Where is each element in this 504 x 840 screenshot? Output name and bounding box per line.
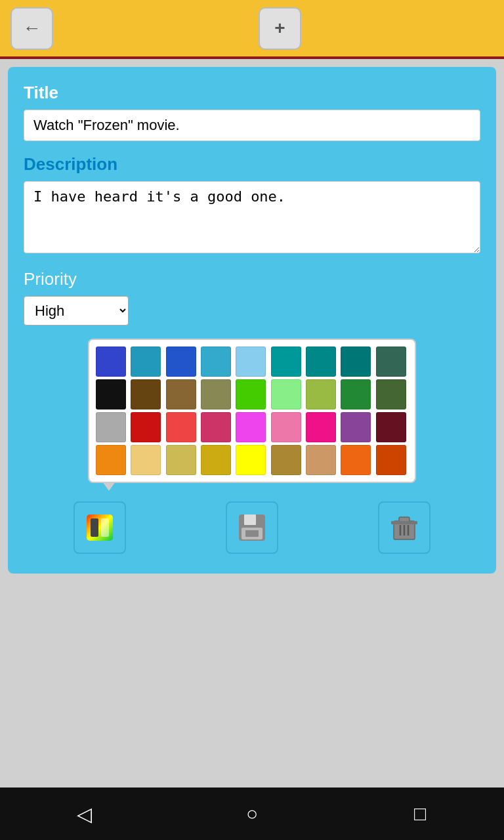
color-swatch[interactable] <box>271 445 301 475</box>
form-card: Title Description I have heard it's a go… <box>8 67 496 574</box>
svg-rect-2 <box>101 518 109 537</box>
color-swatch[interactable] <box>131 412 161 442</box>
color-swatch[interactable] <box>271 379 301 410</box>
nav-back-button[interactable]: ◁ <box>68 797 100 830</box>
color-swatch[interactable] <box>201 412 231 442</box>
toolbar: ← + <box>0 0 504 59</box>
action-buttons <box>24 501 480 554</box>
description-input[interactable]: I have heard it's a good one. <box>24 181 480 253</box>
color-swatch[interactable] <box>96 346 126 377</box>
color-swatch[interactable] <box>201 379 231 410</box>
trash-icon <box>388 512 420 543</box>
svg-rect-1 <box>91 518 98 537</box>
color-swatch[interactable] <box>306 379 336 410</box>
color-swatch[interactable] <box>376 445 406 475</box>
color-swatch[interactable] <box>166 445 196 475</box>
color-swatch[interactable] <box>131 379 161 410</box>
color-swatch[interactable] <box>131 346 161 377</box>
nav-recents-button[interactable]: □ <box>404 797 436 830</box>
color-swatch[interactable] <box>306 346 336 377</box>
color-button[interactable] <box>74 501 126 554</box>
save-button[interactable] <box>226 501 278 554</box>
color-swatch[interactable] <box>236 445 266 475</box>
color-swatch[interactable] <box>166 379 196 410</box>
color-swatch[interactable] <box>236 379 266 410</box>
svg-rect-6 <box>245 530 259 537</box>
priority-label: Priority <box>24 269 480 289</box>
color-swatch[interactable] <box>306 412 336 442</box>
color-swatch[interactable] <box>341 379 371 410</box>
color-swatch[interactable] <box>236 412 266 442</box>
color-swatch[interactable] <box>96 445 126 475</box>
nav-home-button[interactable]: ○ <box>236 797 268 830</box>
color-palette <box>88 339 416 483</box>
svg-rect-4 <box>244 514 256 525</box>
color-swatch[interactable] <box>96 412 126 442</box>
description-label: Description <box>24 154 480 175</box>
delete-button[interactable] <box>378 501 430 554</box>
color-icon <box>84 512 116 543</box>
back-button[interactable]: ← <box>10 7 53 50</box>
main-area: Title Description I have heard it's a go… <box>0 59 504 788</box>
color-swatch[interactable] <box>341 412 371 442</box>
add-button[interactable]: + <box>259 7 301 50</box>
color-swatch[interactable] <box>306 445 336 475</box>
color-swatch[interactable] <box>201 445 231 475</box>
priority-select[interactable]: Low Medium High Critical <box>24 296 129 326</box>
color-swatch[interactable] <box>341 346 371 377</box>
color-swatch[interactable] <box>131 445 161 475</box>
color-swatch[interactable] <box>201 346 231 377</box>
color-swatch[interactable] <box>271 412 301 442</box>
bottom-nav: ◁ ○ □ <box>0 788 504 840</box>
color-swatch[interactable] <box>166 346 196 377</box>
color-swatch[interactable] <box>376 346 406 377</box>
title-input[interactable] <box>24 110 480 141</box>
color-swatch[interactable] <box>271 346 301 377</box>
color-swatch[interactable] <box>236 346 266 377</box>
save-icon <box>236 512 268 543</box>
color-swatch[interactable] <box>166 412 196 442</box>
svg-rect-9 <box>391 521 417 524</box>
color-swatch[interactable] <box>341 445 371 475</box>
color-swatch[interactable] <box>96 379 126 410</box>
color-swatch[interactable] <box>376 412 406 442</box>
title-label: Title <box>24 83 480 103</box>
color-swatch[interactable] <box>376 379 406 410</box>
